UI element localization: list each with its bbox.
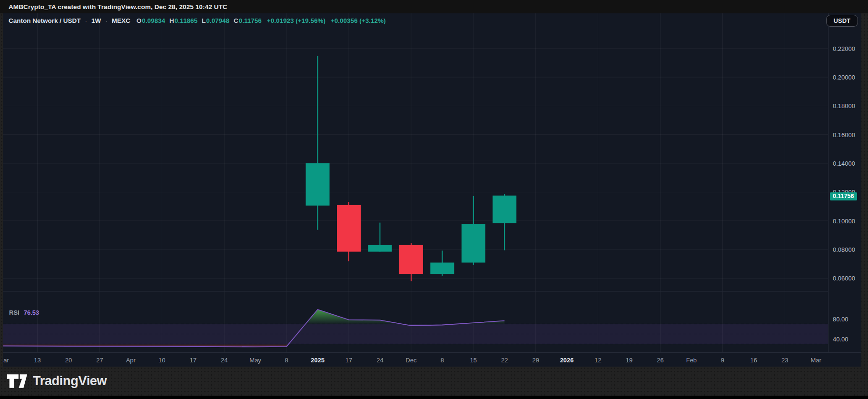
- price-axis-label: 0.14000: [833, 160, 855, 167]
- rsi-label: RSI: [9, 309, 20, 316]
- time-axis-label: 17: [189, 356, 196, 363]
- rsi-legend[interactable]: RSI 76.53: [9, 309, 39, 316]
- change-value: +0.01923 (+19.56%): [267, 17, 326, 24]
- tradingview-logo-icon: [7, 374, 28, 389]
- symbol-title[interactable]: Canton Network / USDT: [9, 17, 81, 24]
- time-axis-label: 15: [470, 356, 477, 363]
- price-axis-label: 0.16000: [833, 131, 855, 138]
- ohlc-high: H 0.11865: [169, 17, 197, 24]
- time-axis-label: 10: [158, 356, 165, 363]
- close-letter: C: [234, 17, 238, 24]
- separator-dot: ·: [105, 17, 108, 24]
- candle: [430, 250, 454, 276]
- time-axis-label: 13: [34, 356, 40, 363]
- time-axis-label: Dec: [405, 356, 416, 363]
- time-axis[interactable]: ar132027Apr101724May820251724Dec81522292…: [3, 352, 861, 367]
- current-price-tag: 0.11756: [830, 192, 857, 200]
- candle: [368, 223, 392, 252]
- candle: [462, 196, 485, 265]
- change-from-open-value: +0.00356 (+3.12%): [331, 17, 386, 24]
- price-axis[interactable]: 0.220000.200000.180000.160000.140000.120…: [828, 13, 861, 352]
- time-axis-label: May: [249, 356, 261, 363]
- open-value: 0.09834: [142, 17, 165, 24]
- tradingview-brand-text: TradingView: [33, 374, 107, 389]
- time-axis-label: 27: [96, 356, 103, 363]
- price-axis-label: 0.06000: [833, 275, 855, 282]
- time-axis-label: 17: [345, 356, 352, 363]
- time-axis-label: 20: [65, 356, 72, 363]
- chart-panel[interactable]: Canton Network / USDT · 1W · MEXC O 0.09…: [3, 13, 861, 367]
- time-axis-label: 29: [532, 356, 539, 363]
- price-axis-label: 0.10000: [833, 217, 855, 224]
- high-value: 0.11865: [175, 17, 197, 24]
- rsi-axis-label: 80.00: [833, 316, 848, 323]
- time-axis-label: 23: [781, 356, 788, 363]
- time-axis-label: Apr: [126, 356, 136, 363]
- time-axis-label: Feb: [686, 356, 697, 363]
- price-axis-label: 0.20000: [833, 74, 855, 81]
- horizontal-gridlines: [3, 49, 828, 279]
- symbol-info-row: Canton Network / USDT · 1W · MEXC O 0.09…: [9, 17, 386, 24]
- attribution-bar: AMBCrypto_TA created with TradingView.co…: [0, 0, 868, 13]
- ohlc-close: C 0.11756: [234, 17, 262, 24]
- low-letter: L: [202, 17, 206, 24]
- price-axis-label: 0.22000: [833, 45, 855, 52]
- footer: TradingView: [0, 367, 868, 399]
- vertical-gridlines: [38, 13, 785, 352]
- price-axis-label: 0.18000: [833, 102, 855, 110]
- time-axis-label: 12: [594, 356, 601, 363]
- ohlc-low: L 0.07948: [202, 17, 229, 24]
- low-value: 0.07948: [206, 17, 229, 24]
- time-axis-label: 22: [501, 356, 508, 363]
- tradingview-brand[interactable]: TradingView: [7, 374, 107, 389]
- time-axis-label: 24: [376, 356, 383, 363]
- candle: [399, 243, 423, 281]
- price-axis-label: 0.08000: [833, 246, 855, 253]
- chart-canvas[interactable]: [3, 13, 828, 352]
- close-value: 0.11756: [239, 17, 262, 24]
- time-axis-label: 8: [441, 356, 444, 363]
- time-axis-label: Mar: [810, 356, 821, 363]
- time-axis-label: 9: [721, 356, 724, 363]
- rsi-band: [3, 324, 828, 344]
- high-letter: H: [169, 17, 174, 24]
- currency-toggle-button[interactable]: USDT: [826, 15, 858, 27]
- time-axis-label: 24: [221, 356, 227, 363]
- candle: [306, 56, 330, 230]
- bottom-strip: [0, 396, 868, 399]
- candle: [493, 194, 516, 250]
- separator-dot: ·: [85, 17, 88, 24]
- open-letter: O: [137, 17, 142, 24]
- time-axis-label: 16: [750, 356, 757, 363]
- attribution-text: AMBCrypto_TA created with TradingView.co…: [9, 3, 227, 10]
- ohlc-open: O 0.09834: [137, 17, 165, 24]
- time-axis-label: 2025: [311, 356, 325, 363]
- time-axis-label: 8: [285, 356, 288, 363]
- time-axis-label: 26: [657, 356, 663, 363]
- rsi-overbought-fill: [306, 309, 504, 324]
- rsi-axis-label: 40.00: [833, 336, 848, 343]
- interval-label[interactable]: 1W: [91, 17, 101, 24]
- time-axis-label: ar: [3, 356, 9, 363]
- time-axis-label: 2026: [560, 356, 574, 363]
- time-axis-label: 19: [626, 356, 632, 363]
- candle: [337, 202, 361, 261]
- tradingview-screenshot: AMBCrypto_TA created with TradingView.co…: [0, 0, 868, 399]
- rsi-value: 76.53: [24, 309, 39, 316]
- exchange-label: MEXC: [112, 17, 130, 24]
